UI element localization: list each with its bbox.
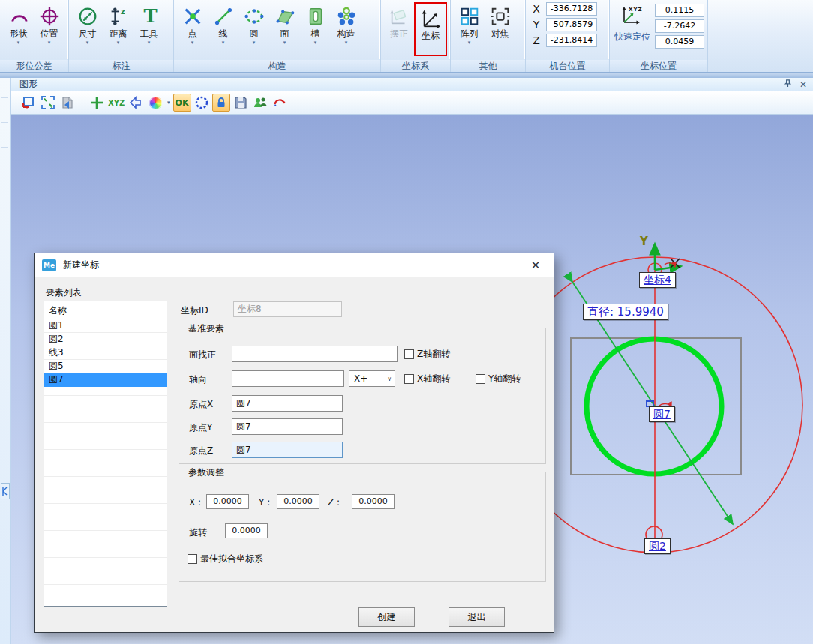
slot-icon (304, 4, 328, 28)
circle-button[interactable]: 圆 ▾ (238, 1, 269, 57)
save-icon[interactable] (232, 94, 250, 112)
undo-arrow-icon[interactable] (127, 94, 145, 112)
ribbon-group-machine-position: X -336.7128 Y -507.8579 Z -231.8414 机台位置 (526, 0, 610, 72)
ribbon-filler (708, 0, 813, 72)
coordinate4-label[interactable]: 坐标4 (639, 272, 676, 288)
reset-view-icon[interactable] (20, 94, 38, 112)
close-icon[interactable]: ✕ (800, 80, 807, 89)
list-item[interactable]: 圆2 (44, 333, 166, 346)
xyz-icon[interactable]: XYZ (107, 94, 125, 112)
axis-field[interactable] (232, 370, 344, 387)
pin-icon[interactable] (784, 79, 792, 89)
chevron-down-icon: ∨ (387, 376, 392, 382)
list-item[interactable]: 线3 (44, 346, 166, 360)
x-flip-checkbox[interactable]: X轴翻转 (404, 373, 450, 385)
exit-button[interactable]: 退出 (448, 607, 505, 627)
machine-y-value[interactable]: -507.8579 (546, 18, 597, 31)
param-y-field[interactable]: 0.0000 (277, 494, 320, 509)
x-flip-checkbox-box[interactable] (404, 374, 414, 384)
point-icon (181, 4, 205, 28)
position-button[interactable]: 位置 ▾ (34, 1, 64, 57)
shape-button[interactable]: 形状 ▾ (3, 1, 34, 57)
coord-x-value[interactable]: 0.1115 (655, 4, 704, 17)
graphics-toolbar: XYZ ▾ OK (10, 91, 813, 115)
dock-tab-icon[interactable] (1, 483, 10, 499)
plus-icon[interactable] (88, 94, 106, 112)
dialog-close-icon[interactable]: ✕ (525, 259, 546, 272)
fit-view-icon[interactable] (39, 94, 57, 112)
distance-button[interactable]: z 距离 ▾ (103, 1, 134, 57)
y-axis-label: Y (640, 235, 648, 248)
graphics-panel-title: 图形 (20, 78, 38, 91)
dropdown-caret: ▾ (345, 40, 348, 46)
tool-button[interactable]: T 工具 ▾ (134, 1, 164, 57)
list-item[interactable]: 圆1 (44, 319, 166, 333)
diameter-label[interactable]: 直径: 15.9940 (583, 304, 668, 320)
machine-x-value[interactable]: -336.7128 (546, 2, 597, 16)
ribbon-group-form-tolerance: 形状 ▾ 位置 ▾ 形位公差 (0, 0, 69, 72)
svg-text:XYZ: XYZ (108, 99, 124, 107)
group-label: 机台位置 (526, 59, 609, 72)
rotation-field[interactable]: 0.0000 (225, 523, 268, 538)
datum-group-title: 基准要素 (185, 322, 227, 335)
dropdown-caret: ▾ (117, 40, 120, 46)
refresh-icon[interactable] (271, 94, 289, 112)
color-wheel-icon[interactable] (146, 94, 164, 112)
flip-page-icon[interactable] (58, 94, 76, 112)
circle7-label[interactable]: 圆7 (649, 406, 675, 422)
coordinate-button[interactable]: 坐标 (414, 2, 447, 56)
y-flip-checkbox[interactable]: Y轴翻转 (476, 373, 520, 385)
axis-label: 轴向 (189, 373, 207, 386)
quick-position-button[interactable]: XYZ 快速定位 (614, 1, 650, 42)
best-fit-checkbox-box[interactable] (188, 554, 197, 564)
coord-y-value[interactable]: -7.2642 (655, 19, 704, 33)
ok-button[interactable]: OK (173, 94, 191, 112)
axis-direction-combo[interactable]: X+ ∨ (349, 370, 395, 387)
dashed-circle-icon[interactable] (193, 94, 211, 112)
z-flip-checkbox[interactable]: Z轴翻转 (404, 348, 450, 361)
lock-icon[interactable] (212, 94, 230, 112)
coord-z-value[interactable]: 0.0459 (655, 35, 704, 49)
origin-z-field[interactable]: 圆7 (232, 442, 343, 458)
origin-x-label: 原点X (189, 398, 213, 411)
position-target-icon (38, 4, 62, 28)
origin-y-field[interactable]: 圆7 (232, 418, 343, 435)
align-button[interactable]: 摆正 (384, 1, 414, 57)
application-window: 形状 ▾ 位置 ▾ 形位公差 尺寸 ▾ (0, 0, 813, 644)
machine-z-value[interactable]: -231.8414 (546, 34, 597, 47)
machine-z-row: Z -231.8414 (532, 34, 597, 47)
best-fit-checkbox[interactable]: 最佳拟合坐标系 (188, 553, 263, 565)
param-z-label: Z : (328, 497, 340, 508)
coord-id-field[interactable]: 坐标8 (233, 301, 342, 317)
y-flip-checkbox-box[interactable] (476, 374, 485, 384)
element-list[interactable]: 名称 圆1 圆2 线3 圆5 圆7 (44, 301, 167, 607)
list-item[interactable]: 圆5 (44, 360, 166, 373)
dropdown-caret: ▾ (253, 40, 256, 46)
dimension-button[interactable]: 尺寸 ▾ (72, 1, 103, 57)
array-button[interactable]: 阵列 ▾ (454, 1, 484, 57)
param-x-field[interactable]: 0.0000 (206, 494, 249, 509)
list-item-selected[interactable]: 圆7 (44, 373, 166, 387)
param-z-field[interactable]: 0.0000 (352, 494, 394, 509)
dialog-titlebar[interactable]: Me 新建坐标 ✕ (34, 253, 554, 277)
point-button[interactable]: 点 ▾ (177, 1, 208, 57)
line-button[interactable]: 线 ▾ (208, 1, 238, 57)
face-align-field[interactable] (232, 346, 398, 362)
line-icon (212, 4, 236, 28)
distance-icon: z (106, 4, 130, 28)
color-wheel-caret[interactable]: ▾ (167, 100, 170, 106)
left-dock-strip (0, 78, 10, 644)
dropdown-caret: ▾ (468, 40, 471, 46)
circle2-label[interactable]: 圆2 (644, 538, 670, 554)
create-button[interactable]: 创建 (358, 607, 415, 627)
slot-button[interactable]: 槽 ▾ (300, 1, 331, 57)
focus-button[interactable]: 对焦 (484, 1, 515, 57)
users-icon[interactable] (251, 94, 269, 112)
param-x-label: X : (189, 497, 201, 508)
z-flip-checkbox-box[interactable] (404, 349, 414, 359)
construct-button[interactable]: 构造 ▾ (331, 1, 362, 57)
arc-shape-icon (7, 4, 31, 28)
plane-button[interactable]: 面 ▾ (269, 1, 300, 57)
origin-x-field[interactable]: 圆7 (232, 395, 343, 412)
ribbon-group-other: 阵列 ▾ 对焦 其他 (451, 0, 526, 72)
